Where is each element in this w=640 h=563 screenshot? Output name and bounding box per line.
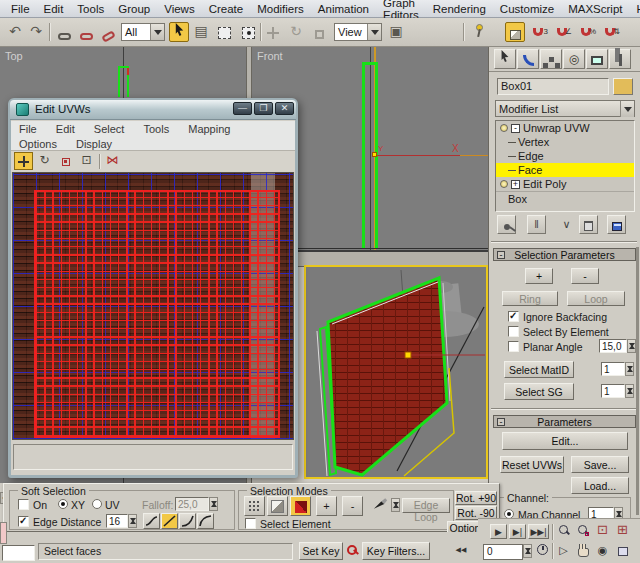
selection-parameters-rollout[interactable]: - Selection Parameters	[493, 248, 636, 261]
paint-size-arrows[interactable]	[391, 498, 400, 512]
select-by-element-checkbox[interactable]	[508, 326, 519, 337]
menu-views[interactable]: Views	[157, 2, 201, 16]
uvw-menu-mapping[interactable]: Mapping	[180, 121, 238, 136]
object-name-field[interactable]: Box01	[497, 78, 609, 95]
selected-uv-faces[interactable]	[34, 190, 280, 438]
arc-rotate-icon[interactable]: ◉	[594, 543, 611, 558]
maximize-button[interactable]: ❐	[254, 102, 273, 115]
play-button[interactable]: ▶	[490, 524, 507, 539]
xy-radio[interactable]	[58, 499, 68, 509]
select-rotate-icon[interactable]: ↻	[286, 22, 306, 42]
spinner-snap-icon[interactable]: ⇅	[600, 22, 620, 42]
edge-loop-button[interactable]: Edge Loop	[402, 498, 450, 513]
zoom-extents-icon[interactable]: ⊡	[594, 523, 611, 538]
viewport-front-label[interactable]: Front	[257, 50, 283, 62]
frame-spinner-arrows[interactable]	[523, 544, 532, 558]
rotate-uvw-icon[interactable]: ↻	[35, 152, 54, 170]
reference-coordinate-dropdown[interactable]: View	[334, 23, 382, 41]
key-filters-button[interactable]: Key Filters...	[362, 542, 430, 560]
move-uvw-icon[interactable]	[14, 152, 33, 170]
uvw-menu-edit[interactable]: Edit	[48, 121, 83, 136]
shrink-uv-selection-button[interactable]: -	[342, 496, 363, 516]
edge-distance-spinner[interactable]: 16	[106, 514, 128, 528]
matid-spinner-arrows[interactable]	[625, 362, 634, 376]
menu-help[interactable]: Help	[630, 2, 640, 16]
falloff-linear-curve-button[interactable]	[161, 513, 178, 529]
uvw-menu-options[interactable]: Options	[11, 136, 65, 151]
paint-select-icon[interactable]	[370, 496, 391, 516]
rotate-plus-90-button[interactable]: Rot. +90	[455, 491, 497, 505]
matid-spinner[interactable]: 1	[601, 362, 625, 376]
percent-snap-icon[interactable]: %	[576, 22, 596, 42]
menu-tools[interactable]: Tools	[70, 2, 111, 16]
tab-motion[interactable]: ◎	[563, 49, 585, 69]
select-move-icon[interactable]	[263, 22, 283, 42]
parameters-rollout[interactable]: - Parameters	[493, 415, 636, 428]
save-uvws-button[interactable]: Save...	[571, 456, 629, 473]
soft-selection-on-checkbox[interactable]	[18, 499, 29, 510]
sg-spinner[interactable]: 1	[601, 384, 625, 398]
tab-modify[interactable]	[517, 49, 539, 69]
rollup-icon[interactable]: -	[497, 251, 505, 259]
pin-stack-icon[interactable]	[497, 215, 516, 234]
snap-3d-icon[interactable]: 3	[528, 22, 548, 42]
modifier-onoff-bulb-icon[interactable]	[500, 180, 508, 188]
ignore-backfacing-checkbox[interactable]	[508, 311, 519, 322]
menu-rendering[interactable]: Rendering	[426, 2, 493, 16]
show-end-result-icon[interactable]: ‖	[527, 215, 546, 234]
select-matid-button[interactable]: Select MatID	[504, 361, 574, 378]
selection-filter-dropdown[interactable]: All	[121, 23, 165, 41]
mirror-uvw-icon[interactable]: ⋈	[103, 152, 122, 170]
face-mode-icon[interactable]	[290, 496, 311, 516]
select-link-icon[interactable]	[54, 22, 74, 42]
menu-modifiers[interactable]: Modifiers	[250, 2, 311, 16]
load-uvws-button[interactable]: Load...	[571, 477, 629, 494]
tab-display[interactable]	[586, 49, 608, 69]
menu-group[interactable]: Group	[111, 2, 157, 16]
menu-customize[interactable]: Customize	[493, 2, 561, 16]
falloff-slow-curve-button[interactable]	[179, 513, 196, 529]
collapse-icon[interactable]: -	[511, 124, 520, 133]
snaps-toggle-icon[interactable]	[505, 22, 525, 42]
sg-spinner-arrows[interactable]	[625, 384, 634, 398]
select-scale-icon[interactable]	[309, 22, 329, 42]
maxscript-mini-listener[interactable]	[2, 545, 35, 561]
stack-row-vertex[interactable]: Vertex	[496, 135, 634, 149]
stack-row-edit-poly[interactable]: +Edit Poly	[496, 177, 634, 191]
rectangular-selection-region-icon[interactable]	[214, 22, 234, 42]
use-pivot-center-icon[interactable]: ▣	[386, 22, 406, 42]
grow-uv-selection-button[interactable]: +	[316, 496, 337, 516]
dropdown-arrow-icon[interactable]	[150, 24, 164, 40]
edit-uvws-titlebar[interactable]: Edit UVWs — ❐ ✕	[10, 100, 296, 120]
tab-create[interactable]	[494, 49, 516, 69]
tab-utilities[interactable]	[609, 49, 631, 69]
modifier-list-dropdown[interactable]: Modifier List	[495, 100, 635, 117]
zoom-icon[interactable]	[555, 523, 572, 538]
dropdown-arrow-icon[interactable]	[620, 101, 634, 117]
maximize-viewport-toggle-icon[interactable]	[614, 543, 631, 558]
viewport-perspective-active[interactable]	[304, 265, 488, 479]
bind-spacewarp-icon[interactable]	[98, 22, 118, 42]
edge-mode-icon[interactable]	[267, 496, 288, 516]
redo-icon[interactable]: ↷	[26, 22, 46, 42]
falloff-fast-curve-button[interactable]	[197, 513, 214, 529]
uv-radio[interactable]	[92, 499, 102, 509]
auto-key-icon[interactable]	[346, 544, 359, 557]
select-element-checkbox[interactable]	[245, 518, 256, 529]
edge-distance-spinner-arrows[interactable]	[128, 514, 137, 528]
reset-uvws-button[interactable]: Reset UVWs	[500, 456, 564, 473]
shrink-selection-button[interactable]: -	[571, 268, 599, 284]
planar-angle-spinner-arrows[interactable]	[627, 339, 636, 353]
minimize-button[interactable]: —	[233, 102, 252, 115]
edit-uvws-button[interactable]: Edit...	[502, 432, 628, 450]
zoom-extents-all-icon[interactable]: ⊞	[614, 523, 631, 538]
uvw-menu-display[interactable]: Display	[68, 136, 120, 151]
field-of-view-icon[interactable]: ▷	[555, 543, 572, 558]
menu-maxscript[interactable]: MAXScript	[561, 2, 629, 16]
configure-modifier-sets-icon[interactable]	[607, 215, 626, 234]
edge-distance-checkbox[interactable]	[18, 516, 29, 527]
window-crossing-toggle-icon[interactable]	[238, 22, 258, 42]
go-to-end-button[interactable]: ▶▶|	[528, 524, 549, 539]
select-manipulate-icon[interactable]	[468, 22, 488, 42]
menu-file[interactable]: File	[4, 2, 37, 16]
